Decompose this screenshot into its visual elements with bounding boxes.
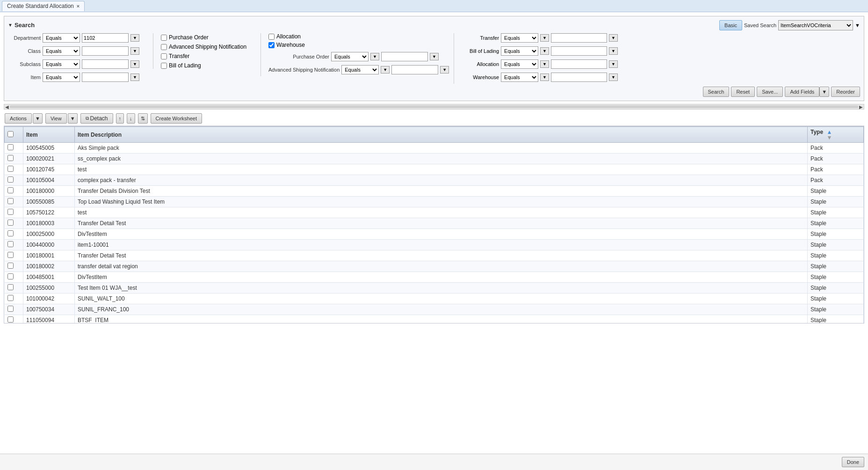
scroll-left-icon[interactable]: ◀ xyxy=(5,104,9,110)
saved-search-select[interactable]: ItemSearchVOCriteria xyxy=(778,20,853,30)
horizontal-scrollbar[interactable]: ◀ ▶ xyxy=(4,104,864,110)
transfer-right-operator[interactable]: Equals xyxy=(501,33,538,43)
tab-close-icon[interactable]: × xyxy=(77,3,80,9)
reset-button[interactable]: Reset xyxy=(731,87,755,97)
row-checkbox[interactable] xyxy=(7,316,14,323)
row-checkbox[interactable] xyxy=(7,273,14,279)
subclass-value[interactable] xyxy=(82,59,129,69)
header-type[interactable]: Type ▲ ▼ xyxy=(808,127,864,143)
view-arrow[interactable]: ▼ xyxy=(68,113,78,124)
allocation-right-operator[interactable]: Equals xyxy=(501,59,538,69)
bol-right-value[interactable] xyxy=(551,46,607,56)
item-value[interactable] xyxy=(82,73,129,82)
row-checkbox[interactable] xyxy=(7,284,14,290)
transfer-right-op-icon[interactable]: ▼ xyxy=(540,34,549,42)
header-item[interactable]: Item xyxy=(23,127,75,143)
allocation-right-op-icon[interactable]: ▼ xyxy=(540,60,549,68)
bol-checkbox[interactable] xyxy=(161,63,167,69)
actions-button[interactable]: Actions xyxy=(5,113,32,124)
table-row[interactable]: 100485001 DivTestItem Staple xyxy=(5,272,864,283)
table-row[interactable]: 100180001 Transfer Detail Test Staple xyxy=(5,250,864,261)
allocation-checkbox[interactable] xyxy=(268,34,275,40)
po-dropdown-val-icon[interactable]: ▼ xyxy=(430,53,439,60)
department-operator[interactable]: Equals xyxy=(43,33,80,43)
warehouse-right-value[interactable] xyxy=(551,73,607,82)
add-fields-arrow[interactable]: ▼ xyxy=(819,87,829,97)
row-checkbox[interactable] xyxy=(7,263,14,269)
class-value[interactable] xyxy=(82,46,129,56)
subclass-operator[interactable]: Equals xyxy=(43,59,80,69)
sort-reset-button[interactable]: ⇅ xyxy=(138,113,148,124)
bol-right-op-icon[interactable]: ▼ xyxy=(540,47,549,55)
asn-dropdown-op-icon[interactable]: ▼ xyxy=(381,66,390,73)
class-dropdown-icon[interactable]: ▼ xyxy=(130,47,139,55)
sort-down-button[interactable]: ↓ xyxy=(127,113,135,124)
table-row[interactable]: 100180000 Transfer Details Division Test… xyxy=(5,186,864,197)
table-row[interactable]: 100440000 item1-10001 Staple xyxy=(5,240,864,250)
search-button[interactable]: Search xyxy=(703,87,730,97)
table-row[interactable]: 105750122 test Staple xyxy=(5,207,864,218)
row-checkbox[interactable] xyxy=(7,166,14,172)
table-row[interactable]: 100020021 ss_complex pack Pack xyxy=(5,154,864,164)
item-operator[interactable]: Equals xyxy=(43,73,80,82)
table-row[interactable]: 100545005 Aks Simple pack Pack xyxy=(5,143,864,154)
class-operator[interactable]: Equals xyxy=(43,46,80,56)
select-all-checkbox[interactable] xyxy=(7,131,14,137)
table-row[interactable]: 100180003 Transfer Detail Test Staple xyxy=(5,218,864,229)
po-dropdown-operator[interactable]: Equals xyxy=(331,52,369,61)
table-row[interactable]: 100105004 complex pack - transfer Pack xyxy=(5,175,864,186)
warehouse-right-operator[interactable]: Equals xyxy=(501,73,538,82)
view-button[interactable]: View xyxy=(45,113,67,124)
row-checkbox[interactable] xyxy=(7,252,14,258)
basic-button[interactable]: Basic xyxy=(719,20,742,30)
table-row[interactable]: 101000042 SUNIL_WALT_100 Staple xyxy=(5,294,864,304)
sort-up-button[interactable]: ↑ xyxy=(116,113,124,124)
asn-dropdown-val-icon[interactable]: ▼ xyxy=(440,66,449,73)
asn-checkbox[interactable] xyxy=(161,44,167,50)
asn-dropdown-operator[interactable]: Equals xyxy=(341,65,379,74)
table-row[interactable]: 100255000 Test Item 01 WJA__test Staple xyxy=(5,283,864,294)
row-checkbox[interactable] xyxy=(7,176,14,183)
item-dropdown-icon[interactable]: ▼ xyxy=(130,73,139,81)
row-checkbox[interactable] xyxy=(7,155,14,161)
table-row[interactable]: 100550085 Top Load Washing Liquid Test I… xyxy=(5,197,864,207)
actions-dropdown[interactable]: Actions ▼ xyxy=(5,113,43,124)
transfer-checkbox[interactable] xyxy=(161,53,167,59)
subclass-dropdown-icon[interactable]: ▼ xyxy=(130,60,139,68)
allocation-right-value[interactable] xyxy=(551,59,607,69)
view-dropdown[interactable]: View ▼ xyxy=(45,113,78,124)
row-checkbox[interactable] xyxy=(7,295,14,301)
warehouse-right-val-icon[interactable]: ▼ xyxy=(609,73,618,81)
department-dropdown-icon[interactable]: ▼ xyxy=(130,34,139,42)
warehouse-checkbox[interactable] xyxy=(268,42,275,48)
reorder-button[interactable]: Reorder xyxy=(831,87,860,97)
bol-right-operator[interactable]: Equals xyxy=(501,46,538,56)
scroll-right-icon[interactable]: ▶ xyxy=(859,104,863,110)
table-row[interactable]: 111050094 BTSF_ITEM Staple xyxy=(5,315,864,323)
actions-arrow[interactable]: ▼ xyxy=(33,113,43,124)
row-checkbox[interactable] xyxy=(7,230,14,236)
row-checkbox[interactable] xyxy=(7,209,14,215)
allocation-right-val-icon[interactable]: ▼ xyxy=(609,60,618,68)
dropdown-arrow-icon[interactable]: ▼ xyxy=(855,22,860,28)
transfer-right-value[interactable] xyxy=(551,33,607,43)
purchase-order-checkbox[interactable] xyxy=(161,35,167,41)
add-fields-button[interactable]: Add Fields xyxy=(785,87,819,97)
table-row[interactable]: 100180002 transfer detail vat region Sta… xyxy=(5,261,864,272)
warehouse-right-op-icon[interactable]: ▼ xyxy=(540,73,549,81)
detach-button[interactable]: ⧉ Detach xyxy=(80,113,113,124)
po-dropdown-value[interactable] xyxy=(381,52,428,61)
table-scroll[interactable]: Item Item Description Type ▲ ▼ xyxy=(4,126,864,323)
row-checkbox[interactable] xyxy=(7,144,14,150)
table-row[interactable]: 100750034 SUNIL_FRANC_100 Staple xyxy=(5,304,864,315)
row-checkbox[interactable] xyxy=(7,198,14,204)
department-value[interactable] xyxy=(82,33,129,43)
table-row[interactable]: 100025000 DivTestItem Staple xyxy=(5,229,864,240)
po-dropdown-op-icon[interactable]: ▼ xyxy=(370,53,379,60)
row-checkbox[interactable] xyxy=(7,241,14,247)
header-description[interactable]: Item Description xyxy=(75,127,808,143)
save-button[interactable]: Save... xyxy=(757,87,783,97)
asn-dropdown-value[interactable] xyxy=(391,65,438,74)
row-checkbox[interactable] xyxy=(7,220,14,226)
create-standard-allocation-tab[interactable]: Create Standard Allocation × xyxy=(2,1,85,11)
